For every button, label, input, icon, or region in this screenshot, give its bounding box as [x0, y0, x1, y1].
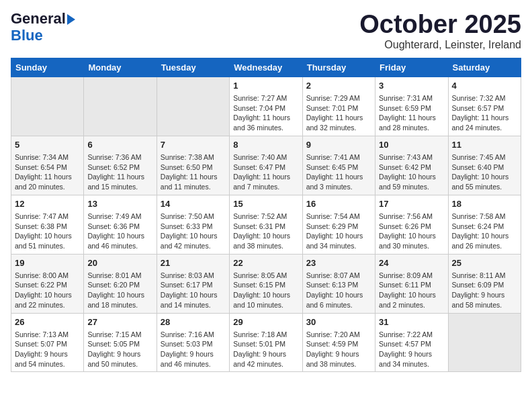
calendar-cell: 19Sunrise: 8:00 AM Sunset: 6:22 PM Dayli… — [11, 254, 84, 313]
calendar-cell: 5Sunrise: 7:34 AM Sunset: 6:54 PM Daylig… — [11, 136, 84, 195]
day-number: 3 — [379, 80, 444, 92]
logo: General Blue — [11, 11, 75, 44]
header-day: Friday — [375, 58, 448, 77]
day-number: 24 — [379, 257, 444, 269]
calendar-week: 19Sunrise: 8:00 AM Sunset: 6:22 PM Dayli… — [11, 254, 521, 313]
day-number: 18 — [452, 198, 517, 210]
calendar-cell: 8Sunrise: 7:40 AM Sunset: 6:47 PM Daylig… — [230, 136, 302, 195]
calendar-header: SundayMondayTuesdayWednesdayThursdayFrid… — [11, 58, 521, 77]
day-number: 10 — [379, 139, 444, 151]
header-day: Thursday — [302, 58, 375, 77]
day-number: 17 — [379, 198, 444, 210]
calendar-cell: 10Sunrise: 7:43 AM Sunset: 6:42 PM Dayli… — [375, 136, 448, 195]
calendar-week: 1Sunrise: 7:27 AM Sunset: 7:04 PM Daylig… — [11, 77, 521, 136]
day-number: 21 — [161, 257, 226, 269]
header-row: SundayMondayTuesdayWednesdayThursdayFrid… — [11, 58, 521, 77]
cell-content: Sunrise: 7:31 AM Sunset: 6:59 PM Dayligh… — [379, 93, 444, 133]
logo-general: General — [11, 10, 66, 27]
cell-content: Sunrise: 7:36 AM Sunset: 6:52 PM Dayligh… — [87, 152, 152, 192]
cell-content: Sunrise: 7:32 AM Sunset: 6:57 PM Dayligh… — [452, 93, 517, 133]
day-number: 11 — [452, 139, 517, 151]
day-number: 9 — [306, 139, 371, 151]
month-title: October 2025 — [359, 11, 521, 39]
cell-content: Sunrise: 7:34 AM Sunset: 6:54 PM Dayligh… — [15, 152, 80, 192]
cell-content: Sunrise: 7:27 AM Sunset: 7:04 PM Dayligh… — [233, 93, 298, 133]
calendar-cell: 7Sunrise: 7:38 AM Sunset: 6:50 PM Daylig… — [157, 136, 229, 195]
calendar-cell: 13Sunrise: 7:49 AM Sunset: 6:36 PM Dayli… — [84, 195, 157, 254]
day-number: 1 — [233, 80, 298, 92]
calendar-cell: 31Sunrise: 7:22 AM Sunset: 4:57 PM Dayli… — [375, 313, 448, 372]
day-number: 20 — [87, 257, 152, 269]
cell-content: Sunrise: 7:15 AM Sunset: 5:05 PM Dayligh… — [87, 330, 152, 369]
calendar-cell: 21Sunrise: 8:03 AM Sunset: 6:17 PM Dayli… — [157, 254, 229, 313]
subtitle: Oughterard, Leinster, Ireland — [359, 39, 521, 51]
day-number: 4 — [452, 80, 517, 92]
header-day: Saturday — [448, 58, 521, 77]
cell-content: Sunrise: 7:18 AM Sunset: 5:01 PM Dayligh… — [233, 330, 298, 369]
cell-content: Sunrise: 7:40 AM Sunset: 6:47 PM Dayligh… — [233, 152, 298, 192]
cell-content: Sunrise: 7:54 AM Sunset: 6:29 PM Dayligh… — [306, 212, 371, 251]
cell-content: Sunrise: 7:43 AM Sunset: 6:42 PM Dayligh… — [379, 152, 444, 192]
cell-content: Sunrise: 7:52 AM Sunset: 6:31 PM Dayligh… — [233, 212, 298, 251]
calendar-cell: 25Sunrise: 8:11 AM Sunset: 6:09 PM Dayli… — [448, 254, 521, 313]
cell-content: Sunrise: 8:11 AM Sunset: 6:09 PM Dayligh… — [452, 271, 517, 310]
cell-content: Sunrise: 7:41 AM Sunset: 6:45 PM Dayligh… — [306, 152, 371, 192]
calendar-cell: 2Sunrise: 7:29 AM Sunset: 7:01 PM Daylig… — [302, 77, 375, 136]
cell-content: Sunrise: 7:49 AM Sunset: 6:36 PM Dayligh… — [87, 212, 152, 251]
day-number: 26 — [15, 316, 80, 328]
calendar-cell — [84, 77, 157, 136]
day-number: 31 — [379, 316, 444, 328]
day-number: 19 — [15, 257, 80, 269]
day-number: 13 — [87, 198, 152, 210]
day-number: 29 — [233, 316, 298, 328]
day-number: 14 — [161, 198, 226, 210]
cell-content: Sunrise: 7:58 AM Sunset: 6:24 PM Dayligh… — [452, 212, 517, 251]
day-number: 22 — [233, 257, 298, 269]
calendar-cell — [448, 313, 521, 372]
title-area: October 2025 Oughterard, Leinster, Irela… — [359, 11, 521, 51]
day-number: 30 — [306, 316, 371, 328]
cell-content: Sunrise: 7:29 AM Sunset: 7:01 PM Dayligh… — [306, 93, 371, 133]
calendar-cell: 30Sunrise: 7:20 AM Sunset: 4:59 PM Dayli… — [302, 313, 375, 372]
calendar-cell: 14Sunrise: 7:50 AM Sunset: 6:33 PM Dayli… — [157, 195, 229, 254]
calendar-cell: 18Sunrise: 7:58 AM Sunset: 6:24 PM Dayli… — [448, 195, 521, 254]
cell-content: Sunrise: 7:45 AM Sunset: 6:40 PM Dayligh… — [452, 152, 517, 192]
calendar-week: 5Sunrise: 7:34 AM Sunset: 6:54 PM Daylig… — [11, 136, 521, 195]
calendar-cell: 27Sunrise: 7:15 AM Sunset: 5:05 PM Dayli… — [84, 313, 157, 372]
calendar-cell: 20Sunrise: 8:01 AM Sunset: 6:20 PM Dayli… — [84, 254, 157, 313]
day-number: 12 — [15, 198, 80, 210]
calendar-cell: 26Sunrise: 7:13 AM Sunset: 5:07 PM Dayli… — [11, 313, 84, 372]
calendar-cell: 16Sunrise: 7:54 AM Sunset: 6:29 PM Dayli… — [302, 195, 375, 254]
day-number: 5 — [15, 139, 80, 151]
cell-content: Sunrise: 8:05 AM Sunset: 6:15 PM Dayligh… — [233, 271, 298, 310]
cell-content: Sunrise: 8:03 AM Sunset: 6:17 PM Dayligh… — [161, 271, 226, 310]
cell-content: Sunrise: 7:56 AM Sunset: 6:26 PM Dayligh… — [379, 212, 444, 251]
day-number: 16 — [306, 198, 371, 210]
calendar-week: 12Sunrise: 7:47 AM Sunset: 6:38 PM Dayli… — [11, 195, 521, 254]
day-number: 23 — [306, 257, 371, 269]
cell-content: Sunrise: 8:01 AM Sunset: 6:20 PM Dayligh… — [87, 271, 152, 310]
logo-text: General — [11, 11, 75, 27]
day-number: 15 — [233, 198, 298, 210]
day-number: 7 — [161, 139, 226, 151]
calendar-cell: 28Sunrise: 7:16 AM Sunset: 5:03 PM Dayli… — [157, 313, 229, 372]
calendar-cell: 1Sunrise: 7:27 AM Sunset: 7:04 PM Daylig… — [230, 77, 302, 136]
day-number: 2 — [306, 80, 371, 92]
cell-content: Sunrise: 7:38 AM Sunset: 6:50 PM Dayligh… — [161, 152, 226, 192]
cell-content: Sunrise: 8:00 AM Sunset: 6:22 PM Dayligh… — [15, 271, 80, 310]
page-header: General Blue October 2025 Oughterard, Le… — [11, 11, 521, 51]
header-day: Sunday — [11, 58, 84, 77]
cell-content: Sunrise: 7:16 AM Sunset: 5:03 PM Dayligh… — [161, 330, 226, 369]
cell-content: Sunrise: 7:50 AM Sunset: 6:33 PM Dayligh… — [161, 212, 226, 251]
calendar-cell — [157, 77, 229, 136]
cell-content: Sunrise: 7:47 AM Sunset: 6:38 PM Dayligh… — [15, 212, 80, 251]
calendar-cell: 9Sunrise: 7:41 AM Sunset: 6:45 PM Daylig… — [302, 136, 375, 195]
calendar-cell: 15Sunrise: 7:52 AM Sunset: 6:31 PM Dayli… — [230, 195, 302, 254]
calendar-cell: 4Sunrise: 7:32 AM Sunset: 6:57 PM Daylig… — [448, 77, 521, 136]
cell-content: Sunrise: 8:07 AM Sunset: 6:13 PM Dayligh… — [306, 271, 371, 310]
header-day: Monday — [84, 58, 157, 77]
calendar-cell: 29Sunrise: 7:18 AM Sunset: 5:01 PM Dayli… — [230, 313, 302, 372]
day-number: 8 — [233, 139, 298, 151]
cell-content: Sunrise: 7:20 AM Sunset: 4:59 PM Dayligh… — [306, 330, 371, 369]
day-number: 25 — [452, 257, 517, 269]
